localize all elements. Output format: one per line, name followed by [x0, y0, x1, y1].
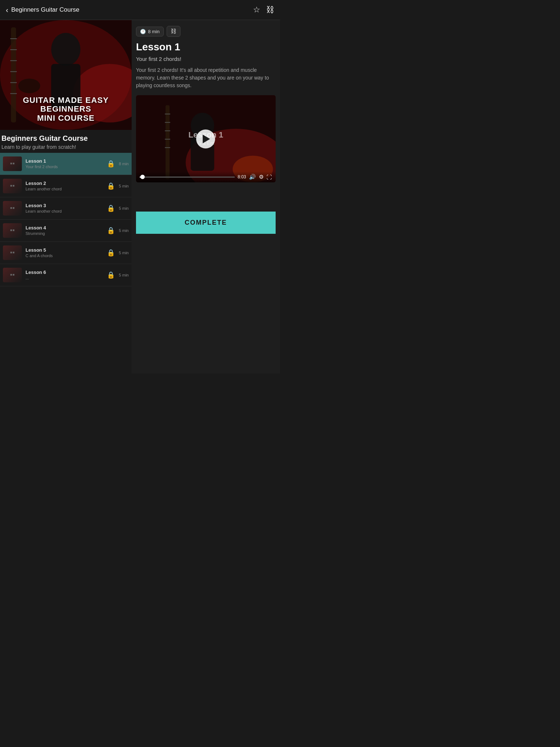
svg-rect-23 [165, 147, 170, 148]
back-button[interactable]: ‹ [6, 6, 8, 14]
lock-icon: 🔒 [107, 182, 115, 190]
content-row: GUITAR MADE EASY BEGINNERS MINI COURSE B… [0, 20, 280, 374]
film-icon: ▪▪ [10, 227, 15, 234]
settings-icon[interactable]: ⚙ [259, 174, 264, 180]
svg-rect-20 [165, 122, 170, 123]
svg-rect-21 [165, 131, 170, 131]
course-thumbnail: GUITAR MADE EASY BEGINNERS MINI COURSE [0, 20, 132, 130]
lesson-title-text: Lesson 2 [26, 181, 104, 186]
lock-icon: 🔒 [107, 160, 115, 168]
lesson-desc-text: ... [26, 276, 104, 280]
lesson-thumbnail: ▪▪ [3, 268, 22, 282]
header-right: ☆ ⛓ [253, 5, 274, 15]
lock-icon: 🔒 [107, 227, 115, 235]
lesson-item[interactable]: ▪▪ Lesson 2 Learn another chord 🔒 5 min [0, 175, 132, 197]
video-background: Lesson 1 G & Em [136, 95, 276, 182]
lesson-title-text: Lesson 6 [26, 270, 104, 275]
play-triangle-icon [203, 135, 210, 143]
right-column: 🕐 8 min ⛓ Lesson 1 Your first 2 chords! … [132, 20, 280, 374]
course-name: Beginners Guitar Course [1, 134, 130, 143]
lesson-title: Lesson 1 [136, 41, 276, 53]
left-column: GUITAR MADE EASY BEGINNERS MINI COURSE B… [0, 20, 132, 374]
lesson-list: ▪▪ Lesson 1 Your first 2 chords 🔒 8 min … [0, 153, 132, 286]
lesson-thumbnail: ▪▪ [3, 179, 22, 193]
lesson-desc-text: Your first 2 chords [26, 165, 104, 169]
link-icon[interactable]: ⛓ [266, 5, 274, 15]
lesson-title-text: Lesson 1 [26, 158, 104, 164]
fullscreen-icon[interactable]: ⛶ [267, 174, 272, 180]
lesson-item[interactable]: ▪▪ Lesson 3 Learn another chord 🔒 5 min [0, 197, 132, 220]
lesson-thumb-inner: ▪▪ [3, 223, 22, 238]
film-icon: ▪▪ [10, 249, 15, 256]
video-player[interactable]: Lesson 1 G & Em 8:03 🔊 ⚙ [136, 95, 276, 182]
svg-rect-22 [165, 139, 170, 140]
lesson-tagline: Your first 2 chords! [136, 56, 276, 62]
lesson-info: Lesson 3 Learn another chord [26, 203, 104, 213]
lesson-item[interactable]: ▪▪ Lesson 4 Strumming 🔒 5 min [0, 220, 132, 242]
lesson-thumbnail: ▪▪ [3, 245, 22, 260]
lesson-thumb-inner: ▪▪ [3, 245, 22, 260]
lesson-duration: 5 min [118, 184, 129, 188]
lesson-duration: 5 min [118, 228, 129, 233]
lesson-thumbnail: ▪▪ [3, 156, 22, 171]
lesson-thumb-inner: ▪▪ [3, 201, 22, 216]
film-icon: ▪▪ [10, 204, 15, 212]
duration-label: 8 min [148, 29, 160, 34]
lesson-duration: 5 min [118, 206, 129, 210]
video-time: 8:03 [238, 174, 246, 179]
lesson-item[interactable]: ▪▪ Lesson 6 ... 🔒 5 min [0, 264, 132, 286]
lesson-thumbnail: ▪▪ [3, 223, 22, 238]
lesson-desc-text: Learn another chord [26, 209, 104, 213]
clock-icon: 🕐 [140, 29, 146, 34]
bookmark-icon[interactable]: ☆ [253, 5, 260, 15]
svg-rect-19 [165, 114, 170, 115]
lesson-meta: 🕐 8 min ⛓ [136, 26, 276, 37]
lesson-duration: 8 min [118, 162, 129, 166]
lesson-desc-text: Learn another chord [26, 187, 104, 191]
thumbnail-text: GUITAR MADE EASY BEGINNERS MINI COURSE [23, 96, 109, 123]
lesson-thumbnail: ▪▪ [3, 201, 22, 216]
course-info: Beginners Guitar Course Learn to play gu… [0, 130, 132, 153]
lesson-info: Lesson 1 Your first 2 chords [26, 158, 104, 169]
progress-bar[interactable] [140, 177, 235, 178]
complete-section: COMPLETE [136, 212, 276, 234]
lesson-duration: 5 min [118, 251, 129, 255]
lesson-item[interactable]: ▪▪ Lesson 1 Your first 2 chords 🔒 8 min [0, 153, 132, 175]
lesson-title-text: Lesson 3 [26, 203, 104, 208]
lock-icon: 🔒 [107, 271, 115, 279]
header-left: ‹ Beginners Guitar Course [6, 6, 79, 14]
lesson-desc-text: C and A chords [26, 253, 104, 258]
lesson-title-text: Lesson 4 [26, 225, 104, 231]
thumbnail-overlay: GUITAR MADE EASY BEGINNERS MINI COURSE [0, 20, 132, 130]
lock-icon: 🔒 [107, 204, 115, 212]
lesson-info: Lesson 4 Strumming [26, 225, 104, 236]
video-controls: 8:03 🔊 ⚙ ⛶ [136, 171, 276, 182]
lesson-thumb-inner: ▪▪ [3, 156, 22, 171]
film-icon: ▪▪ [10, 182, 15, 190]
volume-icon[interactable]: 🔊 [249, 174, 256, 180]
lesson-desc-text: Strumming [26, 231, 104, 236]
lesson-link-button[interactable]: ⛓ [167, 26, 180, 37]
lesson-info: Lesson 2 Learn another chord [26, 181, 104, 191]
lesson-title-text: Lesson 5 [26, 247, 104, 253]
header-title: Beginners Guitar Course [11, 6, 79, 13]
header: ‹ Beginners Guitar Course ☆ ⛓ [0, 0, 280, 20]
complete-button[interactable]: COMPLETE [136, 212, 276, 234]
course-subtitle: Learn to play guitar from scratch! [1, 144, 130, 150]
film-icon: ▪▪ [10, 160, 15, 167]
lesson-description: Your first 2 chords! It's all about repe… [136, 66, 276, 89]
progress-dot [140, 175, 145, 179]
svg-rect-18 [166, 105, 170, 179]
lock-icon: 🔒 [107, 249, 115, 257]
lesson-info: Lesson 6 ... [26, 270, 104, 280]
lesson-duration: 5 min [118, 273, 129, 277]
lesson-item[interactable]: ▪▪ Lesson 5 C and A chords 🔒 5 min [0, 242, 132, 264]
film-icon: ▪▪ [10, 271, 15, 279]
lesson-info: Lesson 5 C and A chords [26, 247, 104, 258]
duration-badge: 🕐 8 min [136, 27, 164, 36]
play-button[interactable] [196, 129, 215, 148]
lesson-thumb-inner: ▪▪ [3, 268, 22, 282]
spacer [136, 182, 276, 212]
lesson-thumb-inner: ▪▪ [3, 179, 22, 193]
